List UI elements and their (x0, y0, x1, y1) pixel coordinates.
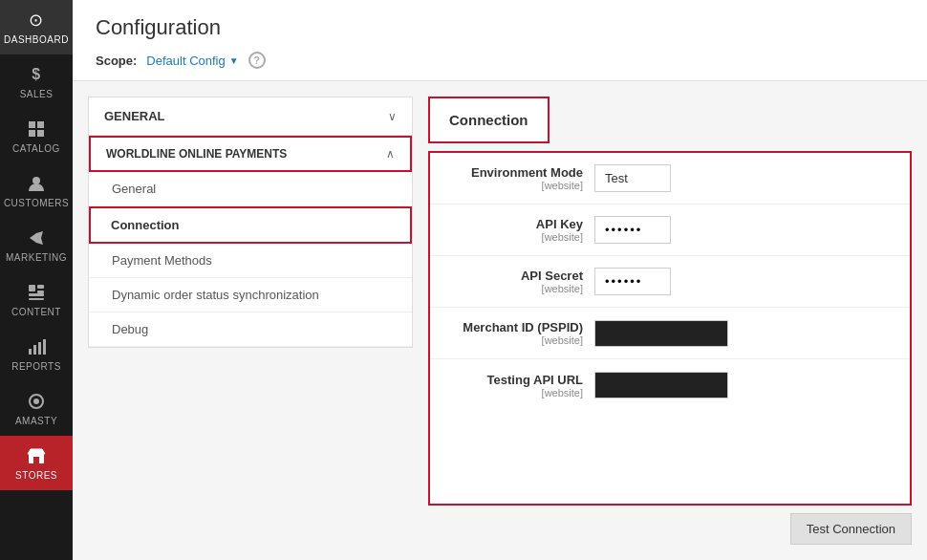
amasty-icon (26, 391, 47, 412)
left-panel: GENERAL ∨ WORLDLINE ONLINE PAYMENTS ∧ Ge… (88, 97, 413, 545)
svg-rect-11 (33, 345, 36, 355)
bottom-bar: Test Connection (428, 513, 912, 545)
svg-point-4 (32, 177, 40, 184)
connection-box: Connection (428, 97, 550, 143)
sidebar: ⊙ DASHBOARD $ SALES CATALOG CUSTOMERS MA… (0, 0, 73, 560)
svg-rect-3 (37, 130, 44, 137)
right-panel: Connection Environment Mode [website] Te… (428, 97, 912, 545)
menu-item-debug[interactable]: Debug (89, 312, 412, 347)
config-row-environment: Environment Mode [website] Test (430, 153, 910, 205)
menu-item-general[interactable]: General (89, 172, 412, 206)
menu-section: GENERAL ∨ WORLDLINE ONLINE PAYMENTS ∧ Ge… (88, 97, 413, 348)
menu-item-payment-methods[interactable]: Payment Methods (89, 244, 412, 278)
scope-bar: Scope: Default Config ▼ ? (96, 52, 904, 69)
api-key-label: API Key [website] (442, 217, 594, 243)
top-row: Connection (428, 97, 912, 143)
sidebar-item-amasty[interactable]: AMASTY (0, 381, 73, 436)
page-title: Configuration (96, 15, 904, 40)
api-key-control: •••••• (594, 216, 898, 244)
menu-item-dynamic-order[interactable]: Dynamic order status synchronization (89, 278, 412, 312)
merchant-id-field[interactable] (594, 320, 728, 347)
scope-dropdown[interactable]: Default Config ▼ (146, 54, 238, 68)
general-chevron-icon: ∨ (388, 110, 397, 123)
stores-icon (26, 445, 47, 466)
svg-rect-2 (29, 130, 35, 137)
worldline-submenu-header[interactable]: WORLDLINE ONLINE PAYMENTS ∧ (89, 136, 412, 172)
sidebar-item-sales[interactable]: $ SALES (0, 54, 73, 109)
svg-rect-1 (37, 121, 44, 128)
sidebar-item-dashboard[interactable]: ⊙ DASHBOARD (0, 0, 73, 54)
page-header: Configuration Scope: Default Config ▼ ? (73, 0, 927, 81)
worldline-header-title: WORLDLINE ONLINE PAYMENTS (106, 147, 287, 161)
config-row-testing-api-url: Testing API URL [website] (430, 359, 910, 411)
sidebar-item-marketing[interactable]: MARKETING (0, 218, 73, 272)
testing-api-control (594, 372, 898, 398)
svg-rect-10 (29, 349, 32, 355)
dollar-icon: $ (26, 64, 47, 85)
merchant-id-control (594, 320, 898, 347)
content-icon (26, 282, 47, 303)
api-secret-value: •••••• (594, 268, 671, 295)
svg-rect-13 (43, 339, 46, 355)
sidebar-item-content[interactable]: CONTENT (0, 272, 73, 327)
worldline-chevron-icon: ∧ (386, 147, 395, 161)
reports-icon (26, 336, 47, 357)
scope-value: Default Config (146, 54, 225, 68)
customers-icon (26, 173, 47, 194)
connection-label: Connection (449, 112, 528, 128)
svg-rect-12 (38, 342, 41, 355)
sidebar-item-catalog[interactable]: CATALOG (0, 109, 73, 163)
environment-value: Test (594, 164, 671, 192)
environment-label: Environment Mode [website] (442, 165, 594, 191)
merchant-id-label: Merchant ID (PSPID) [website] (442, 320, 594, 346)
testing-api-field[interactable] (594, 372, 728, 398)
config-row-api-key: API Key [website] •••••• (430, 205, 910, 256)
svg-point-15 (33, 398, 39, 404)
content-area: GENERAL ∨ WORLDLINE ONLINE PAYMENTS ∧ Ge… (73, 81, 927, 560)
svg-rect-8 (29, 293, 44, 296)
main-content: Configuration Scope: Default Config ▼ ? … (73, 0, 927, 560)
general-menu-header[interactable]: GENERAL ∨ (89, 97, 412, 136)
sidebar-item-stores[interactable]: STORES (0, 436, 73, 490)
catalog-icon (26, 118, 47, 140)
svg-rect-5 (29, 285, 35, 291)
dashboard-icon: ⊙ (26, 10, 47, 31)
menu-item-connection[interactable]: Connection (89, 206, 412, 244)
scope-label: Scope: (96, 54, 137, 68)
svg-rect-6 (37, 285, 44, 289)
config-table: Environment Mode [website] Test API Key … (428, 151, 912, 506)
config-row-api-secret: API Secret [website] •••••• (430, 256, 910, 308)
svg-rect-17 (33, 457, 39, 463)
general-header-title: GENERAL (104, 109, 165, 123)
svg-rect-7 (37, 291, 44, 293)
svg-rect-0 (29, 121, 35, 128)
sidebar-item-customers[interactable]: CUSTOMERS (0, 163, 73, 218)
api-secret-control: •••••• (594, 268, 898, 295)
test-connection-button[interactable]: Test Connection (790, 513, 912, 545)
chevron-down-icon: ▼ (229, 55, 239, 66)
sidebar-item-reports[interactable]: REPORTS (0, 327, 73, 381)
marketing-icon (26, 227, 47, 248)
config-row-merchant-id: Merchant ID (PSPID) [website] (430, 308, 910, 359)
help-icon[interactable]: ? (248, 52, 266, 69)
api-secret-label: API Secret [website] (442, 269, 594, 294)
testing-api-label: Testing API URL [website] (442, 373, 594, 398)
api-key-value: •••••• (594, 216, 671, 244)
svg-rect-9 (29, 298, 44, 300)
environment-control: Test (594, 164, 898, 192)
